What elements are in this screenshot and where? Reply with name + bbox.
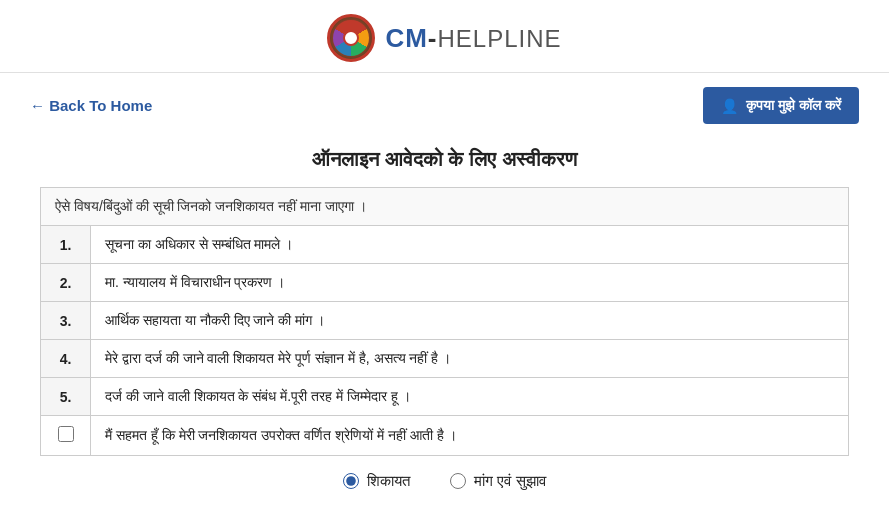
table-row: 4.मेरे द्वारा दर्ज की जाने वाली शिकायत म… (41, 340, 849, 378)
navbar: ← Back To Home 👤 कृपया मुझे कॉल करें (0, 73, 889, 138)
agreement-row: मैं सहमत हूँ कि मेरी जनशिकायत उपरोक्त वर… (41, 416, 849, 456)
call-icon: 👤 (721, 98, 738, 114)
row-text: दर्ज की जाने वाली शिकायत के संबंध में.पू… (91, 378, 849, 416)
row-number: 1. (41, 226, 91, 264)
table-row: 5.दर्ज की जाने वाली शिकायत के संबंध में.… (41, 378, 849, 416)
agreement-checkbox[interactable] (58, 426, 74, 442)
header-cm: CM (385, 23, 427, 53)
table-header-text: ऐसे विषय/बिंदुओं की सूची जिनको जनशिकायत … (41, 188, 849, 226)
table-row: 2.मा. न्यायालय में विचाराधीन प्रकरण । (41, 264, 849, 302)
radio-shikayat-label[interactable]: शिकायत (343, 472, 410, 490)
header: CM-HELPLINE (0, 0, 889, 73)
page-title: ऑनलाइन आवेदको के लिए अस्वीकरण (40, 148, 849, 171)
agreement-text: मैं सहमत हूँ कि मेरी जनशिकायत उपरोक्त वर… (91, 416, 849, 456)
radio-shikayat[interactable] (343, 473, 359, 489)
header-dash: - (428, 23, 438, 53)
header-helpline: HELPLINE (438, 25, 562, 52)
radio-mang-label[interactable]: मांग एवं सुझाव (450, 472, 545, 490)
radio-mang[interactable] (450, 473, 466, 489)
logo-center (343, 30, 359, 46)
disclaimer-table: ऐसे विषय/बिंदुओं की सूची जिनको जनशिकायत … (40, 187, 849, 456)
table-row: 1.सूचना का अधिकार से सम्बंधित मामले । (41, 226, 849, 264)
radio-mang-text: मांग एवं सुझाव (474, 472, 545, 490)
table-row: 3.आर्थिक सहायता या नौकरी दिए जाने की मां… (41, 302, 849, 340)
logo-inner (333, 20, 369, 56)
row-text: मा. न्यायालय में विचाराधीन प्रकरण । (91, 264, 849, 302)
row-number: 2. (41, 264, 91, 302)
call-button-label: कृपया मुझे कॉल करें (746, 97, 841, 114)
row-number: 4. (41, 340, 91, 378)
header-title: CM-HELPLINE (385, 23, 561, 54)
main-content: ऑनलाइन आवेदको के लिए अस्वीकरण ऐसे विषय/ब… (0, 138, 889, 510)
table-header-row: ऐसे विषय/बिंदुओं की सूची जिनको जनशिकायत … (41, 188, 849, 226)
back-home-link[interactable]: ← Back To Home (30, 97, 152, 114)
call-button[interactable]: 👤 कृपया मुझे कॉल करें (703, 87, 859, 124)
logo-circle (327, 14, 375, 62)
row-number: 3. (41, 302, 91, 340)
radio-section: शिकायत मांग एवं सुझाव (40, 472, 849, 490)
radio-shikayat-text: शिकायत (367, 472, 410, 490)
row-text: सूचना का अधिकार से सम्बंधित मामले । (91, 226, 849, 264)
row-number: 5. (41, 378, 91, 416)
row-text: आर्थिक सहायता या नौकरी दिए जाने की मांग … (91, 302, 849, 340)
agreement-checkbox-cell[interactable] (41, 416, 91, 456)
row-text: मेरे द्वारा दर्ज की जाने वाली शिकायत मेर… (91, 340, 849, 378)
